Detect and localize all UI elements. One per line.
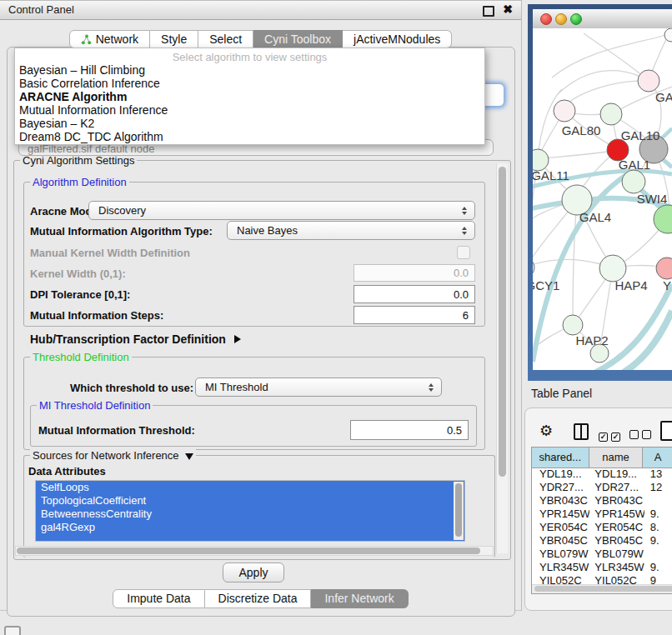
node-gcy1[interactable]: [533, 258, 534, 278]
algorithm-option-selected[interactable]: ARACNE Algorithm: [15, 90, 484, 103]
cell: YDR27...: [589, 481, 644, 494]
tab-label: Network: [96, 31, 138, 48]
node-label: Y: [663, 278, 671, 292]
algorithm-option[interactable]: Dream8 DC_TDC Algorithm: [15, 130, 484, 143]
cell: 8.: [644, 521, 672, 534]
node-pink[interactable]: [656, 258, 672, 279]
scrollbar-thumb[interactable]: [455, 483, 462, 537]
table-row[interactable]: YBR045CYBR045C9.: [532, 534, 672, 548]
table-row[interactable]: YPR145WYPR145W9.: [532, 508, 672, 521]
apply-button[interactable]: Apply: [223, 562, 284, 582]
cell: [644, 548, 672, 561]
cell: YDR27...: [532, 481, 589, 494]
table-horizontal-scrollbar[interactable]: [532, 584, 672, 593]
node-gal-pink[interactable]: [638, 70, 659, 92]
select-all-columns-icon[interactable]: ✓✓: [599, 428, 624, 442]
column-header-shared-name[interactable]: shared...: [532, 448, 589, 468]
tab-network[interactable]: Network: [69, 30, 150, 48]
mi-threshold-field[interactable]: 0.5: [350, 420, 469, 440]
settings-horizontal-scrollbar[interactable]: [15, 546, 494, 556]
cell: YDL19...: [589, 468, 644, 481]
which-threshold-combo[interactable]: MI Threshold: [195, 378, 442, 397]
node-green[interactable]: [654, 205, 672, 233]
data-attribute-item[interactable]: TopologicalCoefficient: [36, 494, 464, 508]
close-panel-icon[interactable]: ✖: [503, 2, 513, 16]
column-header-name[interactable]: name: [589, 448, 644, 468]
hub-section-header[interactable]: Hub/Transcription Factor Definition: [30, 332, 241, 346]
tab-impute-data[interactable]: Impute Data: [113, 589, 204, 608]
float-panel-icon[interactable]: [483, 6, 494, 17]
combo-value: Discovery: [98, 204, 146, 217]
aracne-mode-combo[interactable]: Discovery: [88, 201, 475, 220]
sources-title[interactable]: Sources for Network Inference: [30, 449, 196, 462]
cell: YBR043C: [532, 494, 589, 508]
new-table-icon[interactable]: [660, 421, 672, 441]
scrollbar-thumb[interactable]: [17, 548, 480, 554]
gear-icon[interactable]: ⚙: [539, 422, 553, 440]
node-hap2[interactable]: [563, 315, 583, 335]
algorithm-option[interactable]: Basic Correlation Inference: [15, 77, 484, 90]
mi-steps-field[interactable]: 6: [354, 306, 475, 324]
node-label: GAL11: [533, 168, 569, 182]
attribute-list-scrollbar[interactable]: [454, 482, 464, 540]
columns-icon[interactable]: [574, 423, 589, 440]
node-swi4[interactable]: [622, 170, 645, 193]
minimized-panel-icon[interactable]: [4, 626, 21, 635]
tab-discretize-data[interactable]: Discretize Data: [205, 589, 312, 608]
algorithm-select-popup: Select algorithm to view settings Bayesi…: [14, 48, 485, 145]
data-attribute-item[interactable]: BetweennessCentrality: [36, 508, 464, 521]
node-gal10[interactable]: [600, 103, 622, 125]
tab-style[interactable]: Style: [150, 30, 198, 48]
table-row[interactable]: YBR043CYBR043C: [532, 494, 672, 508]
close-window-button[interactable]: [540, 13, 552, 25]
table-row[interactable]: YDL19...YDL19...13: [532, 468, 672, 481]
table-row[interactable]: YBL079WYBL079W: [532, 548, 672, 561]
combo-arrows-icon: [429, 383, 434, 392]
mi-algorithm-type-combo[interactable]: Naive Bayes: [227, 221, 475, 240]
data-attribute-item[interactable]: SelfLoops: [36, 481, 464, 494]
cell: 9.: [644, 561, 672, 574]
tab-cyni-toolbox[interactable]: Cyni Toolbox: [253, 30, 343, 48]
algorithm-option[interactable]: Bayesian – K2: [15, 117, 484, 130]
column-header-partial[interactable]: A: [643, 448, 672, 468]
cell: YDL19...: [532, 468, 589, 481]
tab-label: jActiveMNodules: [354, 31, 440, 48]
tab-select[interactable]: Select: [198, 30, 253, 48]
algorithm-option[interactable]: Mutual Information Inference: [15, 103, 484, 117]
hub-section-label: Hub/Transcription Factor Definition: [30, 332, 226, 346]
threshold-definition-title: Threshold Definition: [30, 351, 132, 363]
node-label: GCY1: [533, 278, 559, 292]
settings-vertical-scrollbar[interactable]: [496, 163, 508, 553]
minimize-window-button[interactable]: [555, 13, 567, 25]
dpi-tolerance-field[interactable]: 0.0: [354, 285, 475, 303]
node-label: GAL4: [579, 210, 611, 224]
algorithm-option[interactable]: Bayesian – Hill Climbing: [15, 63, 484, 77]
tab-label: Cyni Toolbox: [264, 31, 331, 48]
data-attribute-item[interactable]: gal4RGexp: [36, 521, 464, 534]
cell: YBR045C: [589, 534, 644, 548]
kernel-width-field[interactable]: 0.0: [354, 264, 475, 282]
table-body: YDL19...YDL19...13 YDR27...YDR27...12 YB…: [532, 468, 672, 587]
control-panel-title: Control Panel: [8, 3, 74, 16]
node-gal80[interactable]: [554, 100, 575, 122]
scrollbar-thumb[interactable]: [534, 586, 672, 592]
network-canvas[interactable]: GAL GAL80 GAL10 GAL1 GAL11 SWI4 GAL4 GCY…: [533, 28, 672, 370]
tab-jactivemnodules[interactable]: jActiveMNodules: [343, 30, 452, 48]
tab-label: Style: [161, 31, 187, 48]
cell: 9.: [644, 508, 672, 521]
table-panel-title: Table Panel: [531, 387, 592, 400]
scrollbar-thumb[interactable]: [499, 167, 506, 477]
unselect-all-columns-icon[interactable]: [629, 428, 654, 442]
table-row[interactable]: YER054CYER054C8.: [532, 521, 672, 534]
network-icon: [81, 34, 92, 45]
cell: 9.: [644, 534, 672, 548]
table-row[interactable]: YDR27...YDR27...12: [532, 481, 672, 494]
zoom-window-button[interactable]: [570, 13, 582, 25]
network-window-titlebar[interactable]: [533, 9, 672, 29]
manual-kernel-width-checkbox[interactable]: [457, 246, 470, 259]
node-label: SWI4: [637, 192, 668, 206]
node-label: HAP4: [614, 278, 647, 292]
control-panel-titlebar: Control Panel ✖: [0, 1, 521, 20]
table-row[interactable]: YLR345WYLR345W9.: [532, 561, 672, 574]
tab-infer-network[interactable]: Infer Network: [311, 589, 408, 608]
